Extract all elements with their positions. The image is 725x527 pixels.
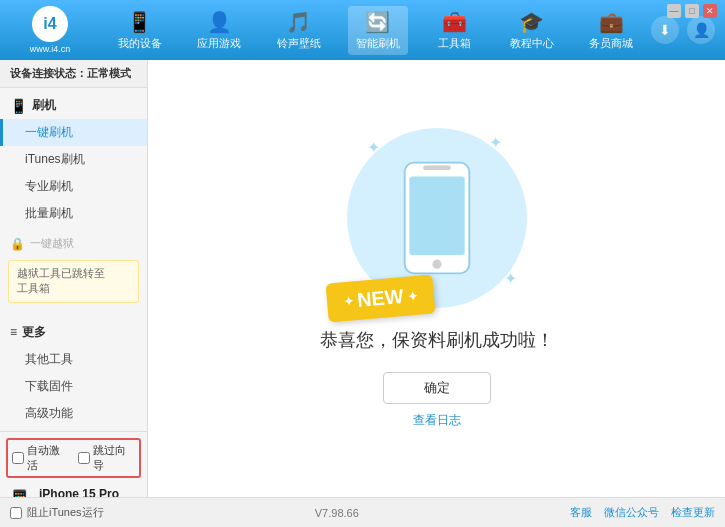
sidebar-item-advanced[interactable]: 高级功能 — [0, 400, 147, 427]
sidebar-item-other-tools[interactable]: 其他工具 — [0, 346, 147, 373]
nav-label-service: 务员商城 — [589, 36, 633, 51]
new-badge-text: NEW — [356, 285, 404, 312]
nav-item-toolbox[interactable]: 🧰工具箱 — [427, 6, 482, 55]
nav-item-smart-flash[interactable]: 🔄智能刷机 — [348, 6, 408, 55]
sidebar-item-one-key-flash[interactable]: 一键刷机 — [0, 119, 147, 146]
svg-rect-3 — [423, 165, 451, 170]
user-button[interactable]: 👤 — [687, 16, 715, 44]
flash-group-header: 📱 刷机 — [0, 92, 147, 119]
nav-icon-smart-flash: 🔄 — [365, 10, 390, 34]
action-buttons: 确定 查看日志 — [383, 372, 491, 429]
close-button[interactable]: ✕ — [703, 4, 717, 18]
more-group-label: 更多 — [22, 324, 46, 341]
nav-icon-app-games: 👤 — [207, 10, 232, 34]
footer-right: 客服微信公众号检查更新 — [570, 505, 715, 520]
stop-itunes-checkbox[interactable] — [10, 507, 22, 519]
footer-link-2[interactable]: 检查更新 — [671, 505, 715, 520]
nav-icon-my-device: 📱 — [127, 10, 152, 34]
nav-label-ringtone: 铃声壁纸 — [277, 36, 321, 51]
footer-link-0[interactable]: 客服 — [570, 505, 592, 520]
sidebar-bottom: 自动激活 跳过向导 📱 iPhone 15 Pro Max 512GB iPho… — [0, 431, 147, 497]
sparkle-2: ✦ — [489, 133, 502, 152]
nav-icon-toolbox: 🧰 — [442, 10, 467, 34]
status-value: 正常模式 — [87, 67, 131, 79]
content-area: ✦ ✦ ✦ NEW 恭喜您，保资料刷机成功啦！ 确定 — [148, 60, 725, 497]
device-status: 设备连接状态：正常模式 — [0, 60, 147, 88]
more-section: ≡ 更多 其他工具 下载固件 高级功能 — [0, 315, 147, 431]
sidebar-item-batch-flash[interactable]: 批量刷机 — [0, 200, 147, 227]
skip-guide-label[interactable]: 跳过向导 — [78, 443, 136, 473]
sidebar-item-itunes-flash[interactable]: iTunes刷机 — [0, 146, 147, 173]
success-message: 恭喜您，保资料刷机成功啦！ — [320, 328, 554, 352]
nav-item-app-games[interactable]: 👤应用游戏 — [189, 6, 249, 55]
footer: 阻止iTunes运行 V7.98.66 客服微信公众号检查更新 — [0, 497, 725, 527]
new-badge: NEW — [325, 274, 435, 322]
more-group-header: ≡ 更多 — [0, 319, 147, 346]
footer-left: 阻止iTunes运行 — [10, 505, 104, 520]
lock-icon: 🔒 — [10, 237, 25, 251]
nav-icon-tutorial: 🎓 — [519, 10, 544, 34]
nav-item-ringtone[interactable]: 🎵铃声壁纸 — [269, 6, 329, 55]
device-details: iPhone 15 Pro Max 512GB iPhone — [39, 487, 141, 497]
nav-label-app-games: 应用游戏 — [197, 36, 241, 51]
window-controls: — □ ✕ — [667, 4, 717, 18]
nav-item-service[interactable]: 💼务员商城 — [581, 6, 641, 55]
nav-bar: 📱我的设备👤应用游戏🎵铃声壁纸🔄智能刷机🧰工具箱🎓教程中心💼务员商城 — [100, 6, 651, 55]
auto-activate-label[interactable]: 自动激活 — [12, 443, 70, 473]
jailbreak-disabled: 🔒 一键越狱 — [0, 231, 147, 256]
sparkle-1: ✦ — [367, 138, 380, 157]
flash-section: 📱 刷机 一键刷机 iTunes刷机 专业刷机 批量刷机 — [0, 88, 147, 231]
skip-guide-text: 跳过向导 — [93, 443, 136, 473]
logo: i4 www.i4.cn — [10, 6, 90, 54]
auto-activate-checkbox[interactable] — [12, 452, 24, 464]
stop-itunes-label: 阻止iTunes运行 — [27, 505, 104, 520]
svg-point-2 — [432, 260, 441, 269]
nav-icon-service: 💼 — [599, 10, 624, 34]
more-group-icon: ≡ — [10, 325, 17, 339]
log-button[interactable]: 查看日志 — [413, 412, 461, 429]
sidebar: 设备连接状态：正常模式 📱 刷机 一键刷机 iTunes刷机 专业刷机 批量刷机… — [0, 60, 148, 497]
minimize-button[interactable]: — — [667, 4, 681, 18]
sparkle-3: ✦ — [504, 269, 517, 288]
logo-icon: i4 — [32, 6, 68, 42]
flash-group-icon: 📱 — [10, 98, 27, 114]
nav-label-toolbox: 工具箱 — [438, 36, 471, 51]
confirm-button[interactable]: 确定 — [383, 372, 491, 404]
nav-item-tutorial[interactable]: 🎓教程中心 — [502, 6, 562, 55]
phone-svg — [397, 158, 477, 278]
download-button[interactable]: ⬇ — [651, 16, 679, 44]
warning-box: 越狱工具已跳转至工具箱 — [8, 260, 139, 303]
nav-icon-ringtone: 🎵 — [286, 10, 311, 34]
phone-illustration: ✦ ✦ ✦ NEW — [347, 128, 527, 308]
jailbreak-label: 一键越狱 — [30, 236, 74, 251]
sidebar-item-pro-flash[interactable]: 专业刷机 — [0, 173, 147, 200]
flash-group-label: 刷机 — [32, 97, 56, 114]
header-actions: ⬇ 👤 — [651, 16, 715, 44]
main-layout: 设备连接状态：正常模式 📱 刷机 一键刷机 iTunes刷机 专业刷机 批量刷机… — [0, 60, 725, 497]
footer-link-1[interactable]: 微信公众号 — [604, 505, 659, 520]
footer-version: V7.98.66 — [315, 507, 359, 519]
device-info: 📱 iPhone 15 Pro Max 512GB iPhone — [6, 484, 141, 497]
device-name: iPhone 15 Pro Max — [39, 487, 141, 497]
logo-subtitle: www.i4.cn — [30, 44, 71, 54]
maximize-button[interactable]: □ — [685, 4, 699, 18]
header: i4 www.i4.cn 📱我的设备👤应用游戏🎵铃声壁纸🔄智能刷机🧰工具箱🎓教程… — [0, 0, 725, 60]
sidebar-item-download-firmware[interactable]: 下载固件 — [0, 373, 147, 400]
nav-item-my-device[interactable]: 📱我的设备 — [110, 6, 170, 55]
skip-guide-checkbox[interactable] — [78, 452, 90, 464]
device-phone-icon: 📱 — [6, 489, 33, 497]
svg-rect-1 — [409, 176, 464, 254]
nav-label-tutorial: 教程中心 — [510, 36, 554, 51]
checkbox-row: 自动激活 跳过向导 — [6, 438, 141, 478]
nav-label-my-device: 我的设备 — [118, 36, 162, 51]
auto-activate-text: 自动激活 — [27, 443, 70, 473]
nav-label-smart-flash: 智能刷机 — [356, 36, 400, 51]
